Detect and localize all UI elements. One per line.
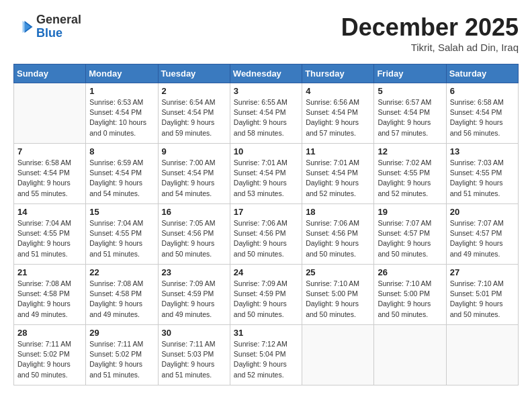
day-info: Sunrise: 7:01 AM Sunset: 4:54 PM Dayligh… — [306, 158, 370, 199]
day-info: Sunrise: 7:11 AM Sunset: 5:02 PM Dayligh… — [17, 339, 82, 380]
day-number: 18 — [306, 207, 370, 217]
calendar-cell: 31Sunrise: 7:12 AM Sunset: 5:04 PM Dayli… — [230, 325, 302, 385]
day-number: 25 — [306, 267, 370, 277]
calendar-cell: 28Sunrise: 7:11 AM Sunset: 5:02 PM Dayli… — [14, 325, 86, 385]
day-number: 13 — [450, 146, 515, 156]
week-row-3: 14Sunrise: 7:04 AM Sunset: 4:55 PM Dayli… — [14, 204, 519, 265]
day-number: 8 — [89, 146, 154, 156]
calendar-cell: 25Sunrise: 7:10 AM Sunset: 5:00 PM Dayli… — [302, 265, 374, 325]
weekday-header-sunday: Sunday — [14, 64, 86, 83]
calendar-cell: 17Sunrise: 7:06 AM Sunset: 4:56 PM Dayli… — [230, 204, 302, 265]
day-number: 10 — [234, 146, 298, 156]
weekday-header-wednesday: Wednesday — [230, 64, 302, 83]
day-info: Sunrise: 7:04 AM Sunset: 4:55 PM Dayligh… — [89, 218, 154, 259]
calendar-cell: 21Sunrise: 7:08 AM Sunset: 4:58 PM Dayli… — [14, 265, 86, 325]
day-number: 5 — [378, 86, 442, 96]
title-block: December 2025 Tikrit, Salah ad Din, Iraq — [341, 13, 519, 53]
day-number: 9 — [162, 146, 226, 156]
day-info: Sunrise: 7:06 AM Sunset: 4:56 PM Dayligh… — [306, 218, 370, 259]
day-info: Sunrise: 7:12 AM Sunset: 5:04 PM Dayligh… — [234, 339, 298, 380]
calendar-cell — [374, 325, 446, 385]
calendar-cell: 12Sunrise: 7:02 AM Sunset: 4:55 PM Dayli… — [374, 144, 446, 204]
day-info: Sunrise: 7:11 AM Sunset: 5:02 PM Dayligh… — [89, 339, 154, 380]
day-info: Sunrise: 7:08 AM Sunset: 4:58 PM Dayligh… — [89, 279, 154, 320]
day-info: Sunrise: 7:09 AM Sunset: 4:59 PM Dayligh… — [162, 279, 226, 320]
day-number: 22 — [89, 267, 154, 277]
day-number: 19 — [378, 207, 442, 217]
logo-icon — [13, 17, 34, 37]
day-info: Sunrise: 6:56 AM Sunset: 4:54 PM Dayligh… — [306, 97, 370, 138]
day-number: 4 — [306, 86, 370, 96]
day-info: Sunrise: 7:02 AM Sunset: 4:55 PM Dayligh… — [378, 158, 442, 199]
day-info: Sunrise: 7:10 AM Sunset: 5:00 PM Dayligh… — [378, 279, 442, 320]
calendar-cell: 3Sunrise: 6:55 AM Sunset: 4:54 PM Daylig… — [230, 83, 302, 144]
day-info: Sunrise: 6:53 AM Sunset: 4:54 PM Dayligh… — [89, 97, 154, 138]
day-info: Sunrise: 7:05 AM Sunset: 4:56 PM Dayligh… — [162, 218, 226, 259]
week-row-1: 1Sunrise: 6:53 AM Sunset: 4:54 PM Daylig… — [14, 83, 519, 144]
day-number: 6 — [450, 86, 515, 96]
day-number: 7 — [17, 146, 82, 156]
day-info: Sunrise: 6:58 AM Sunset: 4:54 PM Dayligh… — [450, 97, 515, 138]
day-number: 1 — [89, 86, 154, 96]
calendar-cell: 11Sunrise: 7:01 AM Sunset: 4:54 PM Dayli… — [302, 144, 374, 204]
weekday-header-friday: Friday — [374, 64, 446, 83]
day-info: Sunrise: 7:01 AM Sunset: 4:54 PM Dayligh… — [234, 158, 298, 199]
calendar-cell: 27Sunrise: 7:10 AM Sunset: 5:01 PM Dayli… — [446, 265, 518, 325]
day-number: 23 — [162, 267, 226, 277]
day-number: 28 — [17, 328, 82, 338]
day-number: 16 — [162, 207, 226, 217]
calendar-cell — [446, 325, 518, 385]
calendar-cell: 29Sunrise: 7:11 AM Sunset: 5:02 PM Dayli… — [86, 325, 158, 385]
day-info: Sunrise: 7:08 AM Sunset: 4:58 PM Dayligh… — [17, 279, 82, 320]
calendar-cell: 9Sunrise: 7:00 AM Sunset: 4:54 PM Daylig… — [158, 144, 230, 204]
calendar-cell: 10Sunrise: 7:01 AM Sunset: 4:54 PM Dayli… — [230, 144, 302, 204]
calendar-header-row: SundayMondayTuesdayWednesdayThursdayFrid… — [14, 64, 519, 83]
day-number: 20 — [450, 207, 515, 217]
weekday-header-saturday: Saturday — [446, 64, 518, 83]
day-info: Sunrise: 7:04 AM Sunset: 4:55 PM Dayligh… — [17, 218, 82, 259]
day-info: Sunrise: 7:00 AM Sunset: 4:54 PM Dayligh… — [162, 158, 226, 199]
day-info: Sunrise: 6:57 AM Sunset: 4:54 PM Dayligh… — [378, 97, 442, 138]
calendar-table: SundayMondayTuesdayWednesdayThursdayFrid… — [13, 64, 519, 385]
day-number: 31 — [234, 328, 298, 338]
calendar-cell: 19Sunrise: 7:07 AM Sunset: 4:57 PM Dayli… — [374, 204, 446, 265]
day-info: Sunrise: 7:07 AM Sunset: 4:57 PM Dayligh… — [450, 218, 515, 259]
location: Tikrit, Salah ad Din, Iraq — [341, 42, 519, 53]
calendar-cell: 26Sunrise: 7:10 AM Sunset: 5:00 PM Dayli… — [374, 265, 446, 325]
weekday-header-monday: Monday — [86, 64, 158, 83]
day-info: Sunrise: 7:07 AM Sunset: 4:57 PM Dayligh… — [378, 218, 442, 259]
calendar-cell: 30Sunrise: 7:11 AM Sunset: 5:03 PM Dayli… — [158, 325, 230, 385]
calendar-cell: 5Sunrise: 6:57 AM Sunset: 4:54 PM Daylig… — [374, 83, 446, 144]
day-number: 14 — [17, 207, 82, 217]
day-number: 12 — [378, 146, 442, 156]
calendar-cell: 14Sunrise: 7:04 AM Sunset: 4:55 PM Dayli… — [14, 204, 86, 265]
day-number: 17 — [234, 207, 298, 217]
calendar-cell: 6Sunrise: 6:58 AM Sunset: 4:54 PM Daylig… — [446, 83, 518, 144]
day-number: 3 — [234, 86, 298, 96]
day-number: 11 — [306, 146, 370, 156]
day-info: Sunrise: 6:58 AM Sunset: 4:54 PM Dayligh… — [17, 158, 82, 199]
calendar-cell: 23Sunrise: 7:09 AM Sunset: 4:59 PM Dayli… — [158, 265, 230, 325]
day-number: 24 — [234, 267, 298, 277]
day-number: 15 — [89, 207, 154, 217]
day-info: Sunrise: 7:11 AM Sunset: 5:03 PM Dayligh… — [162, 339, 226, 380]
calendar-cell: 22Sunrise: 7:08 AM Sunset: 4:58 PM Dayli… — [86, 265, 158, 325]
week-row-5: 28Sunrise: 7:11 AM Sunset: 5:02 PM Dayli… — [14, 325, 519, 385]
week-row-4: 21Sunrise: 7:08 AM Sunset: 4:58 PM Dayli… — [14, 265, 519, 325]
day-info: Sunrise: 7:10 AM Sunset: 5:00 PM Dayligh… — [306, 279, 370, 320]
calendar-cell: 16Sunrise: 7:05 AM Sunset: 4:56 PM Dayli… — [158, 204, 230, 265]
week-row-2: 7Sunrise: 6:58 AM Sunset: 4:54 PM Daylig… — [14, 144, 519, 204]
page-header: General Blue December 2025 Tikrit, Salah… — [13, 13, 519, 53]
logo-text: General Blue — [36, 13, 81, 40]
day-info: Sunrise: 6:55 AM Sunset: 4:54 PM Dayligh… — [234, 97, 298, 138]
calendar-cell: 13Sunrise: 7:03 AM Sunset: 4:55 PM Dayli… — [446, 144, 518, 204]
calendar-cell: 24Sunrise: 7:09 AM Sunset: 4:59 PM Dayli… — [230, 265, 302, 325]
calendar-cell: 20Sunrise: 7:07 AM Sunset: 4:57 PM Dayli… — [446, 204, 518, 265]
day-number: 26 — [378, 267, 442, 277]
calendar-cell — [14, 83, 86, 144]
day-number: 27 — [450, 267, 515, 277]
day-info: Sunrise: 7:10 AM Sunset: 5:01 PM Dayligh… — [450, 279, 515, 320]
calendar-cell: 15Sunrise: 7:04 AM Sunset: 4:55 PM Dayli… — [86, 204, 158, 265]
calendar-cell — [302, 325, 374, 385]
day-info: Sunrise: 7:09 AM Sunset: 4:59 PM Dayligh… — [234, 279, 298, 320]
